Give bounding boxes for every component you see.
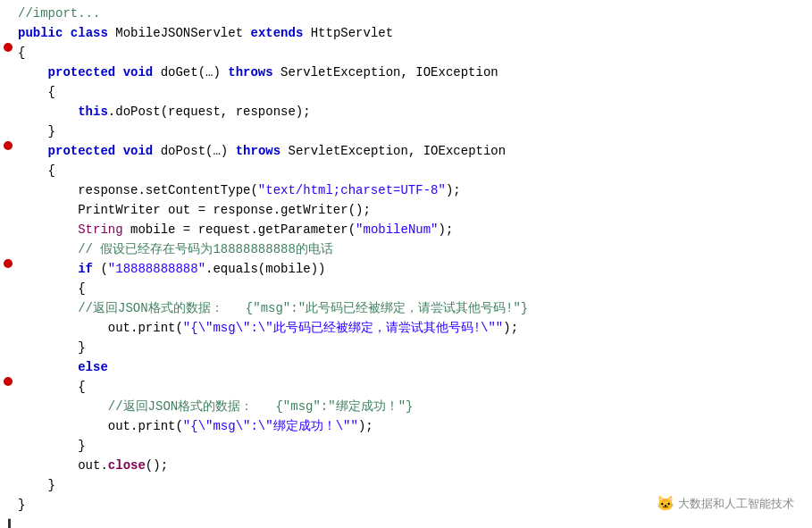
code-line-16: //返回JSON格式的数据： {"msg":"此号码已经被绑定，请尝试其他号码!… [0, 298, 812, 318]
code-line-1: //import... [0, 4, 812, 23]
code-text-2: public class MobileJSONServlet extends H… [16, 23, 812, 43]
watermark-text: 大数据和人工智能技术 [678, 496, 794, 512]
code-text-8: protected void doPost(…) throws ServletE… [16, 141, 812, 161]
code-line-25: } [0, 475, 812, 495]
code-text-6: this.doPost(request, response); [16, 102, 812, 122]
code-line-6: this.doPost(request, response); [0, 102, 812, 122]
code-text-24: out.close(); [16, 456, 812, 475]
code-line-15: { [0, 279, 812, 298]
code-text-4: protected void doGet(…) throws ServletEx… [16, 63, 812, 82]
code-line-8: protected void doPost(…) throws ServletE… [0, 141, 812, 161]
code-line-22: out.print("{\"msg\":\"绑定成功！\""); [0, 416, 812, 436]
gutter-3 [0, 43, 16, 52]
gutter-27: ▐ [0, 515, 16, 528]
code-line-21: //返回JSON格式的数据： {"msg":"绑定成功！"} [0, 397, 812, 416]
code-line-17: out.print("{\"msg\":\"此号码已经被绑定，请尝试其他号码!\… [0, 318, 812, 338]
code-text-12: String mobile = request.getParameter("mo… [16, 220, 812, 239]
code-line-13: // 假设已经存在号码为18888888888的电话 [0, 239, 812, 259]
code-text-25: } [16, 475, 812, 495]
watermark-icon: 🐱 [657, 495, 674, 512]
code-line-20: { [0, 377, 812, 397]
gutter-8 [0, 141, 16, 150]
breakpoint-3 [4, 43, 13, 52]
code-text-16: //返回JSON格式的数据： {"msg":"此号码已经被绑定，请尝试其他号码!… [16, 298, 812, 318]
breakpoint-14 [4, 259, 13, 268]
code-text-21: //返回JSON格式的数据： {"msg":"绑定成功！"} [16, 397, 812, 416]
code-line-9: { [0, 161, 812, 180]
code-text-5: { [16, 82, 812, 102]
code-line-12: String mobile = request.getParameter("mo… [0, 220, 812, 239]
code-container: //import... public class MobileJSONServl… [0, 0, 812, 528]
code-line-24: out.close(); [0, 456, 812, 475]
code-text-23: } [16, 436, 812, 456]
code-text-7: } [16, 122, 812, 141]
code-line-27: ▐ [0, 515, 812, 528]
code-text-10: response.setContentType("text/html;chars… [16, 180, 812, 200]
breakpoint-20 [4, 377, 13, 386]
code-line-2: public class MobileJSONServlet extends H… [0, 23, 812, 43]
gutter-20 [0, 377, 16, 386]
code-line-5: { [0, 82, 812, 102]
code-text-1: //import... [16, 4, 812, 23]
code-line-11: PrintWriter out = response.getWriter(); [0, 200, 812, 220]
code-text-13: // 假设已经存在号码为18888888888的电话 [16, 239, 812, 259]
code-text-18: } [16, 338, 812, 357]
gutter-14 [0, 259, 16, 268]
breakpoint-8 [4, 141, 13, 150]
code-text-14: if ("18888888888".equals(mobile)) [16, 259, 812, 279]
code-line-4: protected void doGet(…) throws ServletEx… [0, 63, 812, 82]
code-line-14: if ("18888888888".equals(mobile)) [0, 259, 812, 279]
code-text-11: PrintWriter out = response.getWriter(); [16, 200, 812, 220]
code-line-18: } [0, 338, 812, 357]
code-text-15: { [16, 279, 812, 298]
code-line-19: else [0, 357, 812, 377]
watermark: 🐱 大数据和人工智能技术 [657, 495, 794, 512]
code-area: //import... public class MobileJSONServl… [0, 0, 812, 528]
code-text-19: else [16, 357, 812, 377]
code-line-23: } [0, 436, 812, 456]
code-line-3: { [0, 43, 812, 63]
code-text-17: out.print("{\"msg\":\"此号码已经被绑定，请尝试其他号码!\… [16, 318, 812, 338]
code-line-7: } [0, 122, 812, 141]
code-text-3: { [16, 43, 812, 63]
code-line-10: response.setContentType("text/html;chars… [0, 180, 812, 200]
code-text-22: out.print("{\"msg\":\"绑定成功！\""); [16, 416, 812, 436]
code-text-20: { [16, 377, 812, 397]
code-text-9: { [16, 161, 812, 180]
